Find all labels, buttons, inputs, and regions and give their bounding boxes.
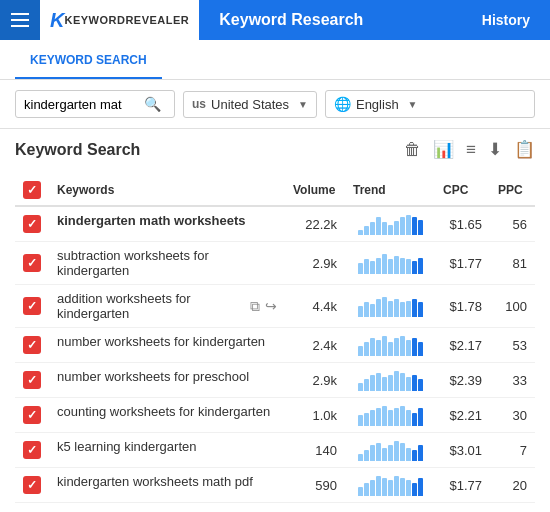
hamburger-button[interactable] <box>0 0 40 40</box>
volume-cell: 2.4k <box>285 328 345 363</box>
trend-bar <box>370 304 375 317</box>
select-all-checkbox[interactable]: ✓ <box>23 181 41 199</box>
trend-bar <box>382 478 387 496</box>
row-checkbox[interactable]: ✓ <box>23 371 41 389</box>
row-checkbox[interactable]: ✓ <box>23 297 41 315</box>
row-checkbox[interactable]: ✓ <box>23 441 41 459</box>
language-select[interactable]: 🌐 English ▼ <box>325 90 535 118</box>
ppc-cell: 20 <box>490 468 535 503</box>
trend-bar <box>388 480 393 496</box>
download-icon[interactable]: ⬇ <box>488 139 502 160</box>
volume-cell: 1.9k <box>285 503 345 506</box>
globe-icon: 🌐 <box>334 96 351 112</box>
trend-bar <box>394 256 399 274</box>
trend-bar <box>376 408 381 426</box>
keyword-name: counting worksheets for kindergarten <box>57 404 270 419</box>
trend-bar <box>406 301 411 317</box>
trend-bars <box>353 213 427 235</box>
search-input-wrap[interactable]: 🔍 <box>15 90 175 118</box>
keyword-name: number worksheets for kindergarten <box>57 334 265 349</box>
trend-bar <box>370 375 375 391</box>
tab-keyword-search[interactable]: KEYWORD SEARCH <box>15 43 162 79</box>
trend-bar <box>358 346 363 356</box>
cpc-cell: $1.77 <box>435 468 490 503</box>
trend-bar <box>418 478 423 496</box>
trend-bars <box>353 334 427 356</box>
logo: K KEYWORDREVEALER <box>40 0 199 40</box>
trend-bars <box>353 404 427 426</box>
trend-bar <box>388 259 393 274</box>
copy-icon[interactable]: ⧉ <box>250 298 260 315</box>
toolbar-icons: 🗑 📊 ≡ ⬇ 📋 <box>404 139 535 160</box>
keyword-cell: k5 learning kindergarten <box>49 433 285 460</box>
trend-bar <box>400 443 405 461</box>
volume-cell: 4.4k <box>285 285 345 328</box>
keyword-cell: number worksheets for preschool <box>49 363 285 390</box>
trend-bar <box>364 302 369 317</box>
search-icon[interactable]: 🔍 <box>144 96 161 112</box>
ppc-cell: 7 <box>490 433 535 468</box>
cpc-cell: $1.78 <box>435 285 490 328</box>
trend-bars <box>353 474 427 496</box>
trend-bar <box>412 450 417 461</box>
trend-bar <box>370 410 375 426</box>
filter-icon[interactable]: ≡ <box>466 140 476 160</box>
row-checkbox-cell: ✓ <box>15 398 49 433</box>
trend-bars <box>353 295 427 317</box>
trend-bar <box>394 476 399 496</box>
table-row: ✓k5 learning kindergarten140$3.017 <box>15 433 535 468</box>
link-icon[interactable]: ↪ <box>265 298 277 314</box>
col-header-ppc: PPC <box>490 175 535 206</box>
row-checkbox-cell: ✓ <box>15 206 49 242</box>
trend-bar <box>388 301 393 317</box>
trend-bar <box>370 261 375 274</box>
trend-cell <box>345 285 435 328</box>
table-row: ✓addition worksheets for kindergarten⧉↪4… <box>15 285 535 328</box>
keyword-cell: counting worksheets for kindergarten <box>49 398 285 425</box>
table-row: ✓kindergarten math worksheets22.2k$1.655… <box>15 206 535 242</box>
trend-bar <box>370 338 375 356</box>
keyword-cell: addition worksheets for kindergarten⧉↪ <box>49 285 285 327</box>
trend-bar <box>370 222 375 235</box>
trend-bar <box>400 478 405 496</box>
row-checkbox[interactable]: ✓ <box>23 215 41 233</box>
app-header: K KEYWORDREVEALER Keyword Research Histo… <box>0 0 550 40</box>
keyword-table-wrap: ✓ Keywords Volume Trend CPC PPC ✓kinderg… <box>15 175 535 505</box>
cpc-cell: $1.67 <box>435 503 490 506</box>
trend-bar <box>382 448 387 461</box>
trend-bar <box>412 261 417 274</box>
ppc-cell: 53 <box>490 328 535 363</box>
row-checkbox[interactable]: ✓ <box>23 476 41 494</box>
ppc-cell: 30 <box>490 398 535 433</box>
volume-cell: 2.9k <box>285 242 345 285</box>
table-row: ✓free kindergarten math worksheets1.9k$1… <box>15 503 535 506</box>
keyword-name: kindergarten worksheets math pdf <box>57 474 253 489</box>
trend-bar <box>394 221 399 235</box>
row-checkbox[interactable]: ✓ <box>23 254 41 272</box>
history-button[interactable]: History <box>462 0 550 40</box>
trend-bar <box>418 342 423 356</box>
clipboard-icon[interactable]: 📋 <box>514 139 535 160</box>
trend-bar <box>382 406 387 426</box>
trend-bar <box>394 408 399 426</box>
trend-bar <box>364 342 369 356</box>
logo-text: KEYWORDREVEALER <box>64 14 189 26</box>
chart-icon[interactable]: 📊 <box>433 139 454 160</box>
trend-bars <box>353 369 427 391</box>
trend-bar <box>388 342 393 356</box>
trend-bar <box>358 230 363 235</box>
trend-bar <box>364 379 369 391</box>
country-select[interactable]: us United States ▼ <box>183 91 317 118</box>
trend-bar <box>412 338 417 356</box>
trend-bar <box>412 375 417 391</box>
row-checkbox[interactable]: ✓ <box>23 406 41 424</box>
row-checkbox-cell: ✓ <box>15 285 49 328</box>
row-checkbox[interactable]: ✓ <box>23 336 41 354</box>
search-input[interactable] <box>24 97 144 112</box>
trend-bar <box>370 480 375 496</box>
delete-icon[interactable]: 🗑 <box>404 140 421 160</box>
trend-bar <box>400 258 405 274</box>
cpc-cell: $3.01 <box>435 433 490 468</box>
trend-bar <box>370 445 375 461</box>
hamburger-icon <box>11 13 29 27</box>
